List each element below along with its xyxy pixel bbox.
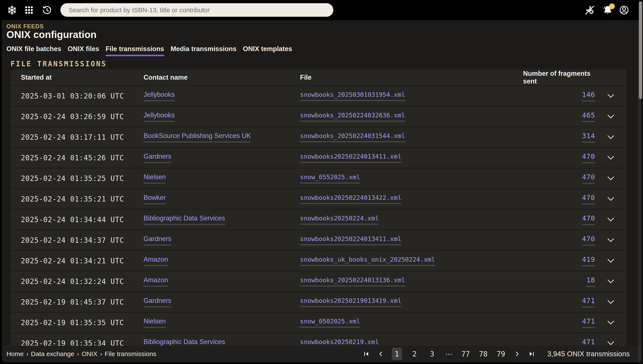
table-row: 2025-02-24 01:34:44 UTC Bibliographic Da… xyxy=(11,210,626,230)
started-at-value: 2025-02-24 01:45:26 UTC xyxy=(21,154,124,162)
page-button-79[interactable]: 79 xyxy=(496,348,506,360)
contact-link[interactable]: Gardners xyxy=(144,235,171,246)
page-button-1[interactable]: 1 xyxy=(392,348,402,360)
column-header-fragments: Number of fragments sent xyxy=(523,70,595,85)
fragments-link[interactable]: 470 xyxy=(582,194,595,204)
breadcrumb: Home›Data exchange›ONIX›File transmissio… xyxy=(7,350,156,358)
file-link[interactable]: snowbooks_20250301031954.xml xyxy=(300,91,405,101)
fragments-link[interactable]: 18 xyxy=(586,276,595,287)
row-expand-button[interactable] xyxy=(595,300,626,304)
row-expand-button[interactable] xyxy=(595,197,626,201)
row-expand-button[interactable] xyxy=(595,321,626,324)
file-transmissions-table: Started at Contact name File Number of f… xyxy=(11,69,626,354)
breadcrumb-item[interactable]: File transmissions xyxy=(105,350,156,358)
tab-media-transmissions[interactable]: Media transmissions xyxy=(171,45,237,56)
row-expand-button[interactable] xyxy=(595,135,626,139)
file-link[interactable]: snowbooks20250224013411.xml xyxy=(300,153,401,163)
file-link[interactable]: snow_0552025.xml xyxy=(300,174,360,184)
tab-onix-files[interactable]: ONIX files xyxy=(68,45,99,56)
chevron-down-icon xyxy=(608,115,613,118)
breadcrumb-separator: › xyxy=(77,350,79,358)
contact-link[interactable]: Amazon xyxy=(144,256,168,266)
fragments-link[interactable]: 470 xyxy=(582,152,595,163)
footer-bar: Home›Data exchange›ONIX›File transmissio… xyxy=(2,346,641,362)
theme-toggle-icon[interactable] xyxy=(584,5,595,16)
account-avatar-icon[interactable] xyxy=(619,5,629,16)
file-link[interactable]: snowbooks_20250224013136.xml xyxy=(300,276,405,286)
chevron-down-icon xyxy=(608,136,613,139)
fragments-link[interactable]: 470 xyxy=(582,235,595,246)
file-link[interactable]: snowbooks20250224013411.xml xyxy=(300,235,401,245)
chevron-down-icon xyxy=(608,156,613,159)
row-expand-button[interactable] xyxy=(595,156,626,160)
last-page-button[interactable] xyxy=(528,350,535,358)
tab-file-transmissions[interactable]: File transmissions xyxy=(106,45,164,56)
table-row: 2025-02-24 01:35:21 UTC Bowker snowbooks… xyxy=(11,189,626,210)
table-row: 2025-02-24 01:34:21 UTC Amazon snowbooks… xyxy=(11,251,626,271)
contact-link[interactable]: Nielsen xyxy=(144,318,166,328)
history-icon[interactable] xyxy=(42,5,52,16)
scrollbar-thumb[interactable] xyxy=(639,1,642,99)
fragments-link[interactable]: 465 xyxy=(582,111,595,122)
row-expand-button[interactable] xyxy=(595,238,626,242)
fragments-link[interactable]: 146 xyxy=(582,90,595,102)
fragments-link[interactable]: 470 xyxy=(582,214,595,225)
contact-link[interactable]: BookSource Publishing Services UK xyxy=(144,132,251,142)
notifications-bell-icon[interactable] xyxy=(602,5,613,16)
column-header-started-at: Started at xyxy=(11,74,144,81)
fragments-link[interactable]: 471 xyxy=(582,296,595,308)
fragments-link[interactable]: 314 xyxy=(582,132,595,143)
contact-link[interactable]: Nielsen xyxy=(144,173,166,184)
file-link[interactable]: snowbooks20250219013419.xml xyxy=(300,297,401,307)
page-button-2[interactable]: 2 xyxy=(409,348,420,360)
contact-link[interactable]: Bibliographic Data Services xyxy=(144,214,225,225)
pagination: 123⋯777879 xyxy=(362,348,535,360)
first-page-button[interactable] xyxy=(362,350,370,358)
row-expand-button[interactable] xyxy=(595,280,626,283)
contact-link[interactable]: Gardners xyxy=(144,297,171,307)
chevron-down-icon xyxy=(608,280,613,283)
chevron-down-icon xyxy=(608,260,613,262)
contact-link[interactable]: Gardners xyxy=(144,152,171,163)
fragments-link[interactable]: 471 xyxy=(582,317,595,328)
tab-onix-templates[interactable]: ONIX templates xyxy=(243,45,292,56)
previous-page-button[interactable] xyxy=(377,350,384,358)
breadcrumb-separator: › xyxy=(100,350,102,358)
contact-link[interactable]: Jellybooks xyxy=(144,112,175,122)
row-expand-button[interactable] xyxy=(595,341,626,345)
row-expand-button[interactable] xyxy=(595,94,626,98)
tab-onix-file-batches[interactable]: ONIX file batches xyxy=(7,45,61,56)
search-input[interactable] xyxy=(60,3,333,17)
file-link[interactable]: snowbooks_20250224031544.xml xyxy=(300,132,405,142)
row-expand-button[interactable] xyxy=(595,259,626,263)
table-header-row: Started at Contact name File Number of f… xyxy=(11,69,626,86)
next-page-button[interactable] xyxy=(513,350,521,358)
page-button-78[interactable]: 78 xyxy=(478,348,489,360)
breadcrumb-item[interactable]: ONIX xyxy=(82,350,97,358)
file-link[interactable]: snowbooks_uk_books_onix_20250224.xml xyxy=(300,256,435,266)
file-link[interactable]: snowbooks20250224.xml xyxy=(300,214,379,225)
started-at-value: 2025-02-24 01:34:37 UTC xyxy=(21,236,124,244)
page-button-77[interactable]: 77 xyxy=(461,348,471,360)
fragments-link[interactable]: 470 xyxy=(582,173,595,184)
chevron-down-icon xyxy=(608,95,613,98)
row-expand-button[interactable] xyxy=(595,176,626,180)
contact-link[interactable]: Bowker xyxy=(144,194,166,204)
contact-link[interactable]: Jellybooks xyxy=(144,91,175,101)
page-button-3[interactable]: 3 xyxy=(427,348,437,360)
snowflake-logo-icon[interactable] xyxy=(7,5,18,16)
file-link[interactable]: snow_0502025.xml xyxy=(300,318,360,328)
fragments-link[interactable]: 419 xyxy=(582,256,595,266)
file-link[interactable]: snowbooks20250224013422.xml xyxy=(300,194,401,204)
started-at-value: 2025-02-24 01:35:21 UTC xyxy=(21,195,124,203)
row-expand-button[interactable] xyxy=(595,114,626,118)
file-link[interactable]: snowbooks_20250224032636.xml xyxy=(300,112,405,122)
row-expand-button[interactable] xyxy=(595,218,626,222)
started-at-value: 2025-02-24 01:34:21 UTC xyxy=(21,257,124,265)
breadcrumb-item[interactable]: Data exchange xyxy=(31,350,74,358)
started-at-value: 2025-02-24 01:32:24 UTC xyxy=(21,277,124,286)
breadcrumb-item[interactable]: Home xyxy=(7,350,24,358)
contact-link[interactable]: Amazon xyxy=(144,276,168,287)
started-at-value: 2025-02-24 03:17:11 UTC xyxy=(21,133,124,142)
apps-grid-icon[interactable] xyxy=(24,5,34,16)
